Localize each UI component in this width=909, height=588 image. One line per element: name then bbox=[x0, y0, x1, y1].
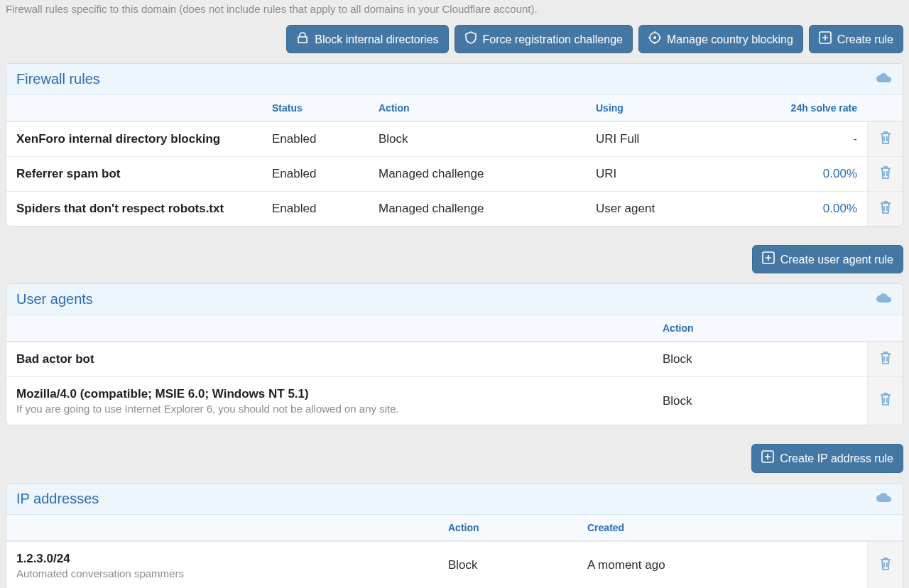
button-label: Create rule bbox=[837, 33, 893, 46]
trash-icon bbox=[878, 350, 893, 369]
rule-using: URI bbox=[586, 157, 775, 191]
rule-using: User agent bbox=[586, 192, 775, 226]
rule-action: Block bbox=[653, 342, 867, 376]
shield-icon bbox=[464, 31, 477, 47]
rule-action: Block bbox=[369, 122, 586, 156]
cloud-icon bbox=[876, 72, 893, 86]
rule-name: Spiders that don't respect robots.txt bbox=[6, 192, 262, 226]
rule-sub: Automated conversation spammers bbox=[16, 567, 428, 579]
top-action-row: Block internal directories Force registr… bbox=[6, 25, 903, 53]
col-using: Using bbox=[586, 95, 775, 121]
rule-sub: If you are going to use Internet Explore… bbox=[16, 403, 643, 415]
column-header-row: Action bbox=[6, 315, 903, 342]
ip-addresses-panel: IP addresses Action Created 1.2.3.0/24 A… bbox=[6, 483, 903, 588]
lock-icon bbox=[296, 31, 309, 47]
rule-name: Bad actor bot bbox=[16, 352, 643, 366]
table-row[interactable]: 1.2.3.0/24 Automated conversation spamme… bbox=[6, 541, 903, 588]
rule-rate: - bbox=[775, 122, 867, 156]
trash-icon bbox=[878, 200, 893, 219]
rule-name: 1.2.3.0/24 bbox=[16, 552, 428, 566]
panel-header: Firewall rules bbox=[6, 64, 903, 95]
delete-button[interactable] bbox=[868, 342, 903, 376]
cloud-icon bbox=[876, 492, 893, 506]
firewall-rules-panel: Firewall rules Status Action Using 24h s… bbox=[6, 63, 903, 227]
table-row[interactable]: XenForo internal directory blocking Enab… bbox=[6, 121, 903, 156]
rule-action: Managed challenge bbox=[369, 157, 586, 191]
manage-country-blocking-button[interactable]: Manage country blocking bbox=[638, 25, 803, 53]
delete-button[interactable] bbox=[868, 157, 903, 191]
button-label: Manage country blocking bbox=[667, 33, 793, 46]
delete-button[interactable] bbox=[868, 122, 903, 156]
table-row[interactable]: Referrer spam bot Enabled Managed challe… bbox=[6, 156, 903, 191]
panel-header: User agents bbox=[6, 284, 903, 315]
col-rate: 24h solve rate bbox=[775, 95, 867, 121]
delete-button[interactable] bbox=[868, 192, 903, 226]
create-user-agent-rule-button[interactable]: Create user agent rule bbox=[752, 245, 903, 273]
plus-icon bbox=[819, 31, 832, 47]
button-label: Create user agent rule bbox=[780, 253, 893, 266]
delete-button[interactable] bbox=[868, 542, 903, 588]
col-action: Action bbox=[438, 515, 577, 540]
plus-icon bbox=[762, 251, 775, 267]
col-status: Status bbox=[262, 95, 369, 121]
panel-title: IP addresses bbox=[16, 491, 99, 507]
table-row[interactable]: Spiders that don't respect robots.txt En… bbox=[6, 191, 903, 226]
target-icon bbox=[648, 31, 661, 47]
trash-icon bbox=[878, 391, 893, 410]
rule-rate: 0.00% bbox=[775, 192, 867, 226]
user-agents-panel: User agents Action Bad actor bot Block M… bbox=[6, 283, 903, 425]
button-label: Block internal directories bbox=[315, 33, 438, 46]
rule-using: URI Full bbox=[586, 122, 775, 156]
rule-status: Enabled bbox=[262, 192, 369, 226]
create-ip-address-rule-button[interactable]: Create IP address rule bbox=[751, 444, 903, 472]
create-rule-button[interactable]: Create rule bbox=[809, 25, 903, 53]
button-label: Force registration challenge bbox=[483, 33, 623, 46]
rule-rate: 0.00% bbox=[775, 157, 867, 191]
panel-title: User agents bbox=[16, 291, 93, 307]
ua-action-row: Create user agent rule bbox=[6, 245, 903, 273]
rule-name: Referrer spam bot bbox=[6, 157, 262, 191]
trash-icon bbox=[878, 130, 893, 149]
block-internal-directories-button[interactable]: Block internal directories bbox=[286, 25, 448, 53]
trash-icon bbox=[878, 556, 893, 575]
panel-title: Firewall rules bbox=[16, 71, 100, 87]
col-action: Action bbox=[653, 315, 867, 341]
trash-icon bbox=[878, 165, 893, 184]
rule-status: Enabled bbox=[262, 122, 369, 156]
column-header-row: Action Created bbox=[6, 515, 903, 541]
rule-name: XenForo internal directory blocking bbox=[6, 122, 262, 156]
table-row[interactable]: Bad actor bot Block bbox=[6, 342, 903, 376]
delete-button[interactable] bbox=[868, 377, 903, 425]
rule-action: Block bbox=[653, 384, 867, 418]
col-created: Created bbox=[577, 515, 867, 540]
column-header-row: Status Action Using 24h solve rate bbox=[6, 95, 903, 121]
rule-status: Enabled bbox=[262, 157, 369, 191]
page-description: Firewall rules specific to this domain (… bbox=[6, 0, 903, 25]
button-label: Create IP address rule bbox=[780, 452, 893, 465]
plus-icon bbox=[761, 450, 774, 466]
col-action: Action bbox=[369, 95, 586, 121]
ip-action-row: Create IP address rule bbox=[6, 444, 903, 472]
rule-action: Block bbox=[438, 548, 577, 582]
panel-header: IP addresses bbox=[6, 484, 903, 515]
rule-action: Managed challenge bbox=[369, 192, 586, 226]
rule-name: Mozilla/4.0 (compatible; MSIE 6.0; Windo… bbox=[16, 387, 643, 401]
table-row[interactable]: Mozilla/4.0 (compatible; MSIE 6.0; Windo… bbox=[6, 376, 903, 425]
cloud-icon bbox=[876, 293, 893, 306]
rule-created: A moment ago bbox=[577, 548, 867, 582]
force-registration-challenge-button[interactable]: Force registration challenge bbox=[454, 25, 633, 53]
